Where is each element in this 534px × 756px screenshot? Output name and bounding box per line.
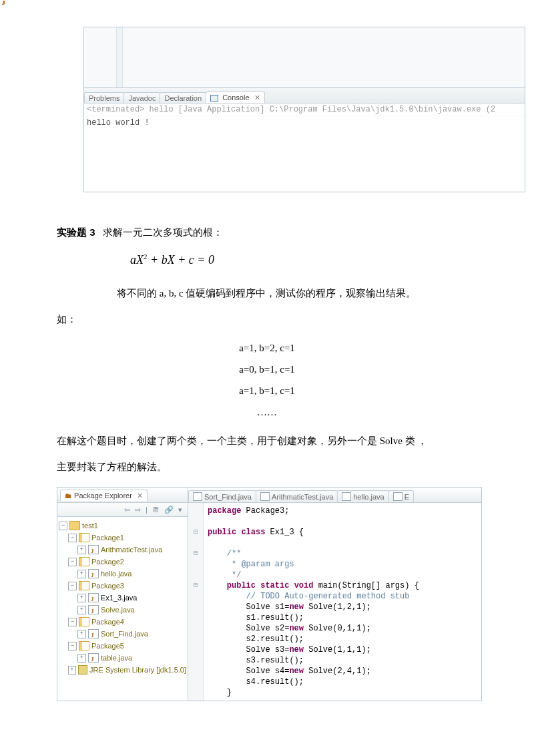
tree-project[interactable]: − test1 (59, 520, 186, 532)
java-file-icon (88, 629, 99, 638)
tab-problems[interactable]: Problems (84, 92, 124, 103)
package-explorer-title: Package Explorer (74, 492, 132, 500)
link-icon[interactable]: 🔗 (164, 506, 174, 514)
expand-icon[interactable]: − (68, 534, 77, 542)
paragraph-3: 主要封装了方程的解法。 (57, 454, 477, 480)
code-keyword: public class (208, 528, 265, 537)
expand-icon[interactable]: − (59, 522, 67, 530)
tab-declaration[interactable]: Declaration (160, 92, 206, 103)
package-explorer-tab[interactable]: 🖿 Package Explorer ✕ (60, 490, 148, 501)
code-text: Solve s4= (208, 667, 289, 676)
tree-package[interactable]: − Package3 (59, 580, 186, 592)
package-tree: − test1 − Package1 + ArithmaticTest.java (57, 517, 188, 701)
tree-package[interactable]: − Package2 (59, 556, 186, 568)
expand-icon[interactable]: + (77, 630, 86, 638)
tree-file[interactable]: + Ex1_3.java (59, 592, 186, 604)
menu-icon[interactable]: ▾ (178, 506, 182, 514)
editor-tab[interactable]: ArithmaticTest.java (256, 490, 338, 502)
formula-part-rest: + bX + c = 0 (148, 253, 214, 266)
paragraph-1a: 将不同的 a, b, c 值硬编码到程序中，测试你的程序，观察输出结果。 (57, 280, 477, 307)
package-label: Package4 (91, 616, 124, 628)
java-file-icon (193, 492, 202, 501)
java-file-icon (88, 653, 99, 663)
package-icon (79, 533, 89, 542)
tab-console[interactable]: Console ✕ (206, 91, 264, 103)
editor-tab[interactable]: Sort_Find.java (188, 490, 256, 502)
example-line-1: a=1, b=2, c=1 (57, 343, 477, 354)
project-icon (69, 521, 80, 530)
editor-code[interactable]: package Package3; public class Ex1_3 { /… (204, 503, 423, 701)
editor-body[interactable]: ⊟ ⊟ ⊟ package Package3; public class Ex1… (188, 503, 481, 701)
expand-icon[interactable]: + (77, 606, 86, 614)
package-explorer-toolbar: ⇦ ⇨ | 🖹 🔗 ▾ (57, 503, 188, 517)
java-file-icon (88, 569, 99, 578)
nav-fwd-icon[interactable]: ⇨ (135, 506, 141, 514)
expand-icon[interactable]: + (77, 594, 86, 602)
tree-file[interactable]: + Sort_Find.java (59, 628, 186, 640)
code-keyword: package (208, 506, 241, 516)
package-icon (79, 641, 89, 650)
editor-gutter: ⊟ ⊟ ⊟ (188, 503, 204, 701)
expand-icon[interactable]: + (77, 654, 86, 663)
code-text: Solve s3= (208, 645, 289, 654)
java-file-icon (393, 492, 403, 501)
exercise-heading: 实验题 3 求解一元二次多项式的根： (57, 219, 477, 246)
close-icon[interactable]: ✕ (137, 492, 143, 500)
exercise-desc: 求解一元二次多项式的根： (103, 227, 223, 238)
tree-package[interactable]: − Package4 (59, 616, 186, 628)
code-text: main(String[] args) { (313, 581, 419, 590)
editor-tab[interactable]: E (388, 490, 414, 502)
code-keyword: new (289, 667, 304, 676)
ide-screenshot: 🖿 Package Explorer ✕ ⇦ ⇨ | 🖹 🔗 ▾ − test1 (57, 487, 482, 701)
close-icon[interactable]: ✕ (254, 93, 260, 102)
file-label: hello.java (101, 568, 131, 580)
code-text: Solve(2,4,1); (304, 667, 371, 676)
example-dots: …… (57, 407, 477, 418)
code-text: } (208, 688, 232, 697)
expand-icon[interactable]: − (68, 642, 77, 650)
package-explorer-header: 🖿 Package Explorer ✕ (57, 488, 188, 503)
package-icon (79, 581, 89, 590)
editor-tab[interactable]: hello.java (337, 490, 388, 502)
code-text: Solve(1,1,1); (304, 645, 371, 654)
expand-icon[interactable]: − (68, 582, 77, 590)
expand-icon[interactable]: + (77, 570, 86, 578)
code-text: Solve(1,2,1); (304, 602, 371, 612)
tree-file[interactable]: + ArithmaticTest.java (59, 544, 186, 556)
hierarchy-icon: 🖿 (65, 492, 72, 500)
tab-javadoc[interactable]: Javadoc (123, 92, 160, 103)
collapse-icon[interactable]: 🖹 (152, 506, 160, 514)
code-text: Solve s1= (208, 602, 289, 612)
tree-file[interactable]: + Solve.java (59, 604, 186, 616)
library-icon (78, 665, 87, 675)
tree-package[interactable]: − Package1 (59, 532, 186, 544)
exercise-number: 实验题 3 (57, 226, 95, 238)
tab-console-label: Console (222, 93, 249, 102)
paragraph-1b: 如： (57, 307, 477, 333)
tree-package[interactable]: − Package5 (59, 640, 186, 652)
expand-icon[interactable]: − (68, 618, 77, 626)
console-output: hello world ! (84, 116, 525, 192)
code-text: Package3; (241, 506, 289, 516)
tree-file[interactable]: + hello.java (59, 568, 186, 580)
tree-jre[interactable]: + JRE System Library [jdk1.5.0] (59, 664, 186, 676)
java-file-icon (88, 593, 99, 602)
code-keyword: new (289, 645, 304, 654)
formula-part-a: aX (130, 253, 144, 266)
package-label: Package1 (91, 532, 124, 544)
paragraph-2: 在解这个题目时，创建了两个类，一个主类，用于创建对象，另外一个是 Solve 类… (57, 428, 477, 454)
tree-file[interactable]: + table.java (59, 652, 186, 664)
expand-icon[interactable]: + (77, 546, 86, 554)
console-icon (210, 95, 218, 102)
expand-icon[interactable]: − (68, 558, 77, 566)
file-label: Ex1_3.java (101, 592, 137, 604)
expand-icon[interactable]: + (68, 666, 76, 675)
code-javadoc: */ (208, 570, 241, 580)
code-comment: // TODO Auto-generated method stub (208, 592, 409, 601)
package-label: Package5 (91, 640, 124, 652)
package-explorer-panel: 🖿 Package Explorer ✕ ⇦ ⇨ | 🖹 🔗 ▾ − test1 (57, 488, 188, 701)
nav-back-icon[interactable]: ⇦ (124, 506, 130, 514)
console-terminated-line: <terminated> hello [Java Application] C:… (84, 104, 525, 116)
file-label: ArithmaticTest.java (101, 544, 162, 556)
code-keyword: new (289, 624, 304, 633)
